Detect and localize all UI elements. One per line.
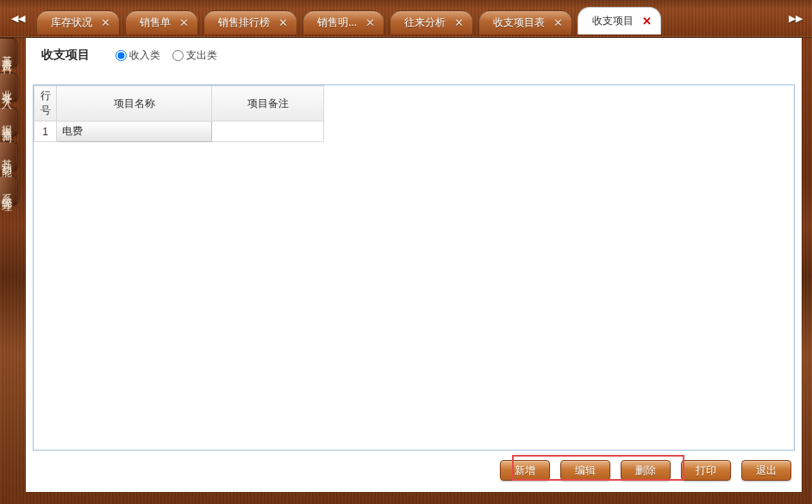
add-button[interactable]: 新增 [500, 460, 550, 481]
tab-1[interactable]: 销售单✕ [125, 10, 198, 34]
exit-button[interactable]: 退出 [741, 460, 791, 481]
sidenav-item-1[interactable]: 业务录入 [0, 72, 17, 102]
radio-expense[interactable]: 支出类 [172, 48, 217, 63]
radio-expense-label: 支出类 [186, 48, 217, 63]
tab-4[interactable]: 往来分析✕ [390, 10, 473, 34]
tab-label: 往来分析 [404, 16, 446, 30]
delete-button[interactable]: 删除 [621, 460, 671, 481]
sidenav-item-3[interactable]: 其它功能 [0, 141, 17, 171]
sidenav-item-2[interactable]: 报表查询 [0, 107, 17, 136]
tab-label: 库存状况 [51, 16, 92, 30]
tab-label: 销售明... [317, 16, 357, 30]
tab-2[interactable]: 销售排行榜✕ [203, 10, 297, 34]
grid-header-row: 行号 项目名称 项目备注 [34, 86, 324, 121]
print-button[interactable]: 打印 [681, 460, 731, 481]
tab-scroll-left-icon[interactable]: ◀◀ [10, 9, 26, 28]
close-icon[interactable]: ✕ [278, 17, 288, 28]
tab-0[interactable]: 库存状况✕ [36, 10, 120, 34]
tab-label: 销售单 [140, 16, 171, 30]
close-icon[interactable]: ✕ [101, 17, 110, 28]
col-header-note[interactable]: 项目备注 [212, 86, 324, 121]
radio-income[interactable]: 收入类 [116, 48, 160, 63]
close-icon[interactable]: ✕ [454, 17, 464, 28]
edit-button[interactable]: 编辑 [560, 460, 610, 481]
tab-6[interactable]: 收支项目✕ [578, 7, 661, 34]
cell-rowno: 1 [34, 121, 57, 142]
cell-note[interactable] [212, 121, 324, 142]
tab-label: 收支项目 [592, 14, 634, 28]
tab-bar: ◀◀ 库存状况✕销售单✕销售排行榜✕销售明...✕往来分析✕收支项目表✕收支项目… [0, 0, 812, 38]
tab-scroll-right-icon[interactable]: ▶▶ [788, 9, 803, 28]
table-row[interactable]: 1电费 [34, 121, 324, 142]
tab-label: 销售排行榜 [218, 16, 270, 30]
sidenav-item-0[interactable]: 基本资料 [0, 38, 17, 67]
panel-title: 收支项目 [41, 47, 90, 63]
sidenav-item-4[interactable]: 系统管理 [0, 176, 17, 205]
close-icon[interactable]: ✕ [365, 17, 375, 28]
tab-label: 收支项目表 [493, 16, 545, 30]
radio-income-input[interactable] [116, 50, 127, 61]
close-icon[interactable]: ✕ [179, 17, 189, 28]
cell-name[interactable]: 电费 [57, 121, 212, 142]
col-header-name[interactable]: 项目名称 [57, 86, 212, 121]
side-nav: 基本资料业务录入报表查询其它功能系统管理 [0, 38, 17, 504]
close-icon[interactable]: ✕ [642, 16, 652, 27]
panel-header: 收支项目 收入类 支出类 [26, 38, 802, 72]
tab-3[interactable]: 销售明...✕ [303, 10, 384, 34]
tab-5[interactable]: 收支项目表✕ [478, 10, 572, 34]
category-radio-group: 收入类 支出类 [116, 48, 217, 63]
close-icon[interactable]: ✕ [553, 17, 563, 28]
data-grid[interactable]: 行号 项目名称 项目备注 1电费 [33, 84, 795, 451]
col-header-rowno[interactable]: 行号 [34, 86, 57, 121]
radio-expense-input[interactable] [172, 50, 184, 61]
radio-income-label: 收入类 [129, 48, 160, 63]
main-panel: 收支项目 收入类 支出类 行号 项目名称 项目备注 1电费 新增 [26, 38, 802, 492]
footer-toolbar: 新增 编辑 删除 打印 退出 [33, 456, 795, 485]
